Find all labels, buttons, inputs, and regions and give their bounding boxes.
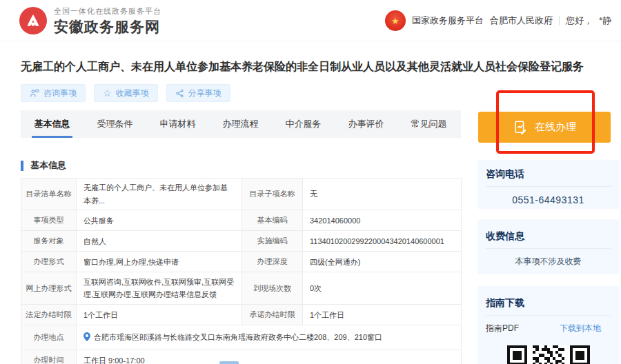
share-item-button[interactable]: 分享事项 [166,84,230,102]
guide-download-row: 指南PDF 下载到本地 [486,323,611,334]
consult-phone-number: 0551-64493131 [486,194,611,205]
row-value: 自然人 [77,231,242,252]
favorite-item-label: 收藏事项 [116,88,149,99]
tab-process-flow[interactable]: 办理流程 [209,110,272,138]
consult-icon [30,88,39,98]
row-label: 到现场次数 [242,272,303,305]
row-value: 互联网咨询,互联网收件,互联网预审,互联网受理,互联网办理,互联网办理结果信息反… [77,272,242,305]
row-label: 事项类型 [21,210,77,231]
row-label: 办理时间 [21,350,77,364]
document-pencil-icon [513,120,528,135]
greeting-text: 您好， [566,14,593,27]
row-value: 1个工作日 [303,305,462,325]
tab-faq[interactable]: 常见问题 [397,110,460,138]
tab-acceptance-conditions[interactable]: 受理条件 [83,110,146,138]
guide-download-panel: 指南下载 指南PDF 下载到本地 [477,286,619,364]
section-accent-bar [21,161,23,171]
row-label: 网上办理形式 [21,272,77,305]
panel-divider [486,315,611,316]
tab-intermediary-service[interactable]: 中介服务 [272,110,335,138]
share-item-label: 分享事项 [188,88,221,99]
table-row: 法定办结时限 1个工作日 承诺办结时限 1个工作日 [21,305,462,325]
fee-info-panel: 收费信息 本事项不涉及收费 [477,219,619,274]
consult-item-label: 咨询事项 [43,88,77,99]
star-icon: ☆ [103,88,112,98]
row-label: 目录清单名称 [21,179,77,210]
header-right: ★ 国家政务服务平台 合肥市人民政府 您好， *静 [385,0,611,41]
row-value: 窗口办理,网上办理,快递申请 [77,252,242,272]
row-value: 工作日 9:00-17:00 [77,350,462,364]
download-local-link[interactable]: 下载到本地 [560,323,601,334]
fee-info-title: 收费信息 [486,230,611,243]
table-row: 办理时间 工作日 9:00-17:00 [21,350,462,364]
qr-code [507,345,590,364]
row-label: 办理地点 [21,325,77,350]
logo-text-block: 全国一体化在线政务服务平台 安徽政务服务网 [54,6,161,37]
table-row: 办理形式 窗口办理,网上办理,快递申请 办理深度 四级(全网通办) [21,252,462,272]
row-label: 办理深度 [242,252,303,272]
consult-phone-title: 咨询电话 [486,168,611,181]
location-pin-icon [83,332,90,345]
basic-info-table: 目录清单名称 无雇工的个人工商户、未在用人单位参加基本养... 目录子项名称 无… [21,178,462,364]
anhui-logo-icon[interactable] [19,7,47,34]
bottom-cutoff-element[interactable] [219,361,239,364]
action-button-row: 咨询事项 ☆ 收藏事项 分享事项 [21,84,230,102]
online-handle-button[interactable]: 在线办理 [478,112,611,143]
guide-download-title: 指南下载 [486,297,611,310]
tab-application-materials[interactable]: 申请材料 [146,110,209,138]
table-row: 网上办理形式 互联网咨询,互联网收件,互联网预审,互联网受理,互联网办理,互联网… [21,272,462,305]
platform-label: 全国一体化在线政务服务平台 [54,6,161,17]
row-value: 无雇工的个人工商户、未在用人单位参加基本养... [77,179,242,210]
row-label: 实施编码 [242,231,303,252]
address-text: 合肥市瑶海区郎溪路与长临路交叉口东南角瑶海政府政务中心二楼208、209、210… [94,333,382,341]
panel-divider [486,186,611,187]
table-row: 目录清单名称 无雇工的个人工商户、未在用人单位参加基本养... 目录子项名称 无 [21,179,462,210]
site-name: 安徽政务服务网 [54,17,161,37]
row-label: 服务对象 [21,231,77,252]
national-emblem-icon: ★ [385,10,406,31]
row-value: 四级(全网通办) [303,252,462,272]
tab-service-evaluation[interactable]: 办事评价 [335,110,397,138]
share-icon [175,89,184,98]
row-label: 法定办结时限 [21,305,77,325]
row-label: 办理形式 [21,252,77,272]
row-value: 1个工作日 [77,305,242,325]
online-handle-label: 在线办理 [535,121,576,134]
anhui-logo-glyph [24,12,42,30]
nav-link-national-platform[interactable]: 国家政务服务平台 [412,14,484,27]
row-value: 无 [303,179,462,210]
row-value: 11340102002992200043420140600001 [303,231,462,252]
table-row: 事项类型 公共服务 基本编码 342014060000 [21,210,462,231]
row-label: 承诺办结时限 [242,305,303,325]
table-row: 办理地点 合肥市瑶海区郎溪路与长临路交叉口东南角瑶海政府政务中心二楼208、20… [21,325,462,350]
row-value: 合肥市瑶海区郎溪路与长临路交叉口东南角瑶海政府政务中心二楼208、209、210… [77,325,462,350]
table-row: 服务对象 自然人 实施编码 11340102002992200043420140… [21,231,462,252]
consult-phone-panel: 咨询电话 0551-64493131 [477,160,619,209]
page: 全国一体化在线政务服务平台 安徽政务服务网 ★ 国家政务服务平台 合肥市人民政府… [0,0,621,364]
basic-info-section-header: 基本信息 [21,159,66,172]
username[interactable]: *静 [599,14,611,27]
consult-item-button[interactable]: 咨询事项 [21,84,86,102]
page-title: 无雇工的个人工商户、未在用人单位参加基本养老保险的非全日制从业人员以及其他灵活就… [21,60,604,74]
row-value: 0次 [303,272,462,305]
row-label: 基本编码 [242,210,303,231]
section-title: 基本信息 [30,159,66,172]
top-header: 全国一体化在线政务服务平台 安徽政务服务网 ★ 国家政务服务平台 合肥市人民政府… [0,0,621,41]
fee-info-text: 本事项不涉及收费 [486,256,611,267]
tab-bar: 基本信息 受理条件 申请材料 办理流程 中介服务 办事评价 常见问题 [21,110,461,138]
tab-basic-info[interactable]: 基本信息 [21,110,83,138]
guide-pdf-label: 指南PDF [486,323,519,334]
favorite-item-button[interactable]: ☆ 收藏事项 [94,84,158,102]
panel-divider [486,248,611,249]
row-label: 目录子项名称 [242,179,303,210]
row-value: 公共服务 [77,210,242,231]
nav-link-hefei-gov[interactable]: 合肥市人民政府 [490,14,553,27]
header-divider [559,16,560,26]
row-value: 342014060000 [303,210,462,231]
